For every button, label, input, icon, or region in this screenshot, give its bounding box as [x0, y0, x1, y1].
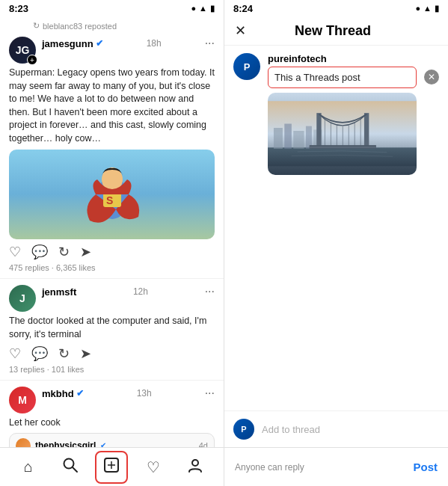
- wifi-icon-right: ▲: [423, 4, 432, 13]
- svg-point-9: [192, 460, 198, 466]
- left-status-icons: ● ▲ ▮: [191, 4, 215, 13]
- svg-rect-27: [310, 147, 376, 148]
- reply-btn-james[interactable]: 💬: [31, 244, 48, 260]
- left-status-bar: 8:23 ● ▲ ▮: [0, 0, 224, 16]
- more-mkbhd[interactable]: ···: [205, 387, 215, 400]
- battery-icon-right: ▮: [435, 4, 439, 13]
- wifi-icon: ▲: [199, 4, 207, 13]
- repost-btn-james[interactable]: ↻: [58, 244, 70, 260]
- post-meta-mkbhd: mkbhd ✔ 13h ···: [42, 387, 215, 400]
- svg-rect-18: [364, 113, 369, 149]
- home-nav-btn[interactable]: ⌂: [12, 451, 45, 484]
- avatar-wrap-jen: J: [9, 285, 36, 312]
- thread-compose-area: P pureinfotech: [224, 46, 448, 410]
- thread-text-input[interactable]: [268, 67, 417, 88]
- profile-icon: [187, 457, 203, 477]
- avatar-jen: J: [9, 285, 36, 312]
- heart-icon: ♡: [147, 458, 160, 476]
- profile-nav-btn[interactable]: [179, 451, 212, 484]
- repost-icon: ↻: [33, 21, 40, 31]
- username-james: jamesgunn ✔: [42, 38, 103, 49]
- heart-nav-btn[interactable]: ♡: [137, 451, 170, 484]
- sim-icon-right: ●: [415, 4, 420, 13]
- search-nav-btn[interactable]: [54, 451, 87, 484]
- avatar-wrap-mkbhd: M: [9, 387, 36, 413]
- anyone-reply-label: Anyone can reply: [235, 462, 304, 473]
- svg-rect-12: [274, 128, 283, 149]
- add-to-thread-avatar: P: [233, 419, 254, 440]
- right-time: 8:24: [233, 3, 253, 14]
- post-meta-jen: jenmsft 12h ···: [42, 285, 215, 298]
- like-btn-jen[interactable]: ♡: [9, 345, 21, 362]
- nested-post-physics: thephysicsgirl ✔ 4d: [9, 433, 215, 448]
- new-thread-title: New Thread: [295, 23, 371, 39]
- time-mkbhd: 13h: [137, 388, 152, 399]
- right-status-icons: ● ▲ ▮: [415, 4, 439, 13]
- more-jen[interactable]: ···: [205, 285, 215, 298]
- add-to-thread-label[interactable]: Add to thread: [262, 424, 320, 435]
- compose-nav-btn[interactable]: [95, 451, 128, 484]
- svg-text:S: S: [106, 194, 113, 206]
- reply-btn-jen[interactable]: 💬: [31, 345, 48, 362]
- add-icon-james: +: [27, 55, 37, 65]
- avatar-wrap-james: JG +: [9, 37, 36, 64]
- svg-line-5: [73, 467, 77, 472]
- thread-input-area: pureinfotech: [268, 53, 417, 175]
- superman-image: S: [9, 150, 215, 239]
- like-btn-james[interactable]: ♡: [9, 244, 21, 260]
- battery-icon: ▮: [210, 4, 215, 13]
- new-thread-header: ✕ New Thread: [224, 16, 448, 46]
- post-jenmsft: J jenmsft 12h ··· The doct: [0, 279, 224, 381]
- svg-rect-14: [293, 131, 304, 149]
- svg-rect-11: [268, 147, 417, 166]
- nested-username-physics: thephysicsgirl: [35, 440, 96, 448]
- post-mkbhd: M mkbhd ✔ 13h ···: [0, 381, 224, 447]
- stats-james: 475 replies · 6,365 likes: [9, 263, 215, 272]
- share-btn-james[interactable]: ➤: [80, 244, 91, 260]
- stats-jen: 13 replies · 101 likes: [9, 365, 215, 374]
- dismiss-image-btn[interactable]: ✕: [424, 70, 439, 84]
- thread-username: pureinfotech: [268, 53, 417, 64]
- bottom-nav: ⌂: [0, 447, 224, 486]
- username-mkbhd: mkbhd ✔: [42, 388, 84, 399]
- text-james: Superman: Legacy opens two years from to…: [9, 67, 215, 145]
- username-jen: jenmsft: [42, 286, 76, 298]
- thread-avatar: P: [233, 53, 260, 80]
- text-jen: The doctor looked at the computer and sa…: [9, 315, 215, 341]
- add-to-thread-row: P Add to thread: [224, 410, 448, 447]
- post-thread-btn[interactable]: Post: [413, 461, 438, 473]
- more-james[interactable]: ···: [205, 37, 215, 50]
- right-status-bar: 8:24 ● ▲ ▮: [224, 0, 448, 16]
- verified-james: ✔: [96, 38, 103, 49]
- close-thread-btn[interactable]: ✕: [235, 22, 246, 39]
- left-feed-panel: 8:23 ● ▲ ▮ ↻ bleblanc83 reposted: [0, 0, 224, 486]
- repost-label: ↻ bleblanc83 reposted: [0, 16, 224, 31]
- right-new-thread-panel: 8:24 ● ▲ ▮ ✕ New Thread P pureinfotech: [224, 0, 448, 486]
- text-mkbhd: Let her cook: [9, 416, 215, 430]
- thread-user-row: P pureinfotech: [233, 53, 439, 175]
- share-btn-jen[interactable]: ➤: [80, 345, 91, 362]
- time-james: 18h: [147, 38, 162, 49]
- actions-jen: ♡ 💬 ↻ ➤: [9, 345, 215, 362]
- home-icon: ⌂: [24, 458, 33, 476]
- post-jamesgunn: JG + jamesgunn ✔ 18h ···: [0, 31, 224, 279]
- post-meta-james: jamesgunn ✔ 18h ···: [42, 37, 215, 50]
- svg-rect-13: [284, 123, 292, 148]
- svg-rect-17: [316, 113, 321, 149]
- actions-james: ♡ 💬 ↻ ➤: [9, 244, 215, 260]
- time-jen: 12h: [133, 286, 148, 297]
- nested-verified-physics: ✔: [100, 441, 106, 447]
- right-bottom-bar: Anyone can reply Post: [224, 447, 448, 486]
- compose-icon: [103, 457, 120, 477]
- verified-mkbhd: ✔: [76, 388, 84, 399]
- repost-btn-jen[interactable]: ↻: [58, 345, 70, 362]
- bridge-image: [268, 93, 417, 175]
- feed-list: ↻ bleblanc83 reposted JG + jamesgu: [0, 16, 224, 447]
- left-time: 8:23: [9, 3, 28, 14]
- search-icon: [62, 457, 79, 477]
- nested-avatar-physics: [16, 438, 31, 448]
- avatar-mkbhd: M: [9, 387, 36, 413]
- nested-time-physics: 4d: [199, 441, 208, 448]
- sim-icon: ●: [191, 4, 196, 13]
